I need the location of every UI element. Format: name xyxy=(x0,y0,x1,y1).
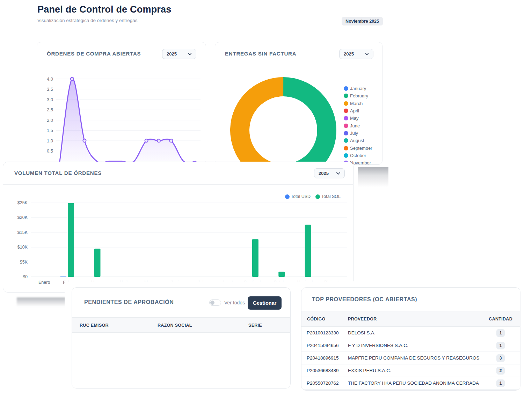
provider-name: MAPFRE PERU COMPAÑIA DE SEGUROS Y REASEG… xyxy=(348,355,480,361)
top-providers-title: TOP PROVEEDORES (OC ABIERTAS) xyxy=(312,296,417,303)
bottom-panel: PENDIENTES DE APROBACIÓN Ver todos Gesti… xyxy=(65,281,524,404)
column-header-codigo: CÓDIGO xyxy=(307,317,326,321)
provider-code: P20415094656 xyxy=(307,343,339,348)
provider-quantity-badge: 1 xyxy=(496,379,505,387)
deliveries-card-header: ENTREGAS SIN FACTURA 2025 xyxy=(215,42,382,65)
volume-chart-legend: Total USDTotal SOL xyxy=(285,194,341,199)
legend-label: May xyxy=(350,116,359,121)
y-tick-label: $20K xyxy=(17,215,28,220)
legend-item-may[interactable]: May xyxy=(344,114,372,122)
bar-total-sol xyxy=(94,249,101,277)
deliveries-chart-legend: JanuaryFebruaryMarchAprilMayJuneJulyAugu… xyxy=(344,85,372,165)
legend-label: April xyxy=(350,108,359,113)
pending-approvals-card: PENDIENTES DE APROBACIÓN Ver todos Gesti… xyxy=(72,287,291,389)
bar-total-usd xyxy=(60,276,66,277)
providers-table-body: P20100123330DELOSI S.A.1P20415094656F Y … xyxy=(301,327,520,390)
provider-quantity-badge: 2 xyxy=(496,367,505,375)
bar-total-sol xyxy=(252,239,258,277)
legend-item-january[interactable]: January xyxy=(344,85,372,92)
provider-name: DELOSI S.A. xyxy=(348,330,376,335)
line-data-point xyxy=(83,139,86,142)
y-tick-label: $0 xyxy=(23,274,28,279)
legend-dot xyxy=(285,194,290,199)
legend-label: August xyxy=(350,138,364,143)
legend-item-total-usd[interactable]: Total USD xyxy=(285,194,311,199)
provider-name: F Y D INVERSIONES S.A.C. xyxy=(348,343,408,348)
provider-code: P20536683489 xyxy=(307,368,339,373)
legend-dot xyxy=(344,86,348,91)
volume-card: VOLUMEN TOTAL DE ÓRDENES 2025 Total USDT… xyxy=(3,162,354,293)
x-tick-label: Enero xyxy=(38,280,50,285)
legend-label: Total USD xyxy=(291,194,311,199)
legend-item-june[interactable]: June xyxy=(344,122,372,129)
legend-label: October xyxy=(350,153,366,158)
y-tick-label: $10K xyxy=(17,245,28,250)
provider-name: EXXIS PERU S.A.C. xyxy=(348,368,391,373)
column-header-serie: SERIE xyxy=(248,323,262,328)
y-tick-label: 0,5 xyxy=(47,148,53,154)
provider-quantity-badge: 1 xyxy=(496,329,505,337)
open-orders-line-chart: 4,03,53,02,52,01,51,00,5 xyxy=(37,65,206,165)
column-header-proveedor: PROVEEDOR xyxy=(348,317,377,321)
legend-item-july[interactable]: July xyxy=(344,130,372,137)
legend-label: January xyxy=(350,86,366,91)
legend-label: Total SOL xyxy=(321,194,341,199)
y-tick-label: 1,0 xyxy=(47,138,53,143)
legend-item-february[interactable]: February xyxy=(344,92,372,99)
line-data-point xyxy=(157,139,160,142)
legend-item-august[interactable]: August xyxy=(344,137,372,144)
chevron-down-icon xyxy=(365,53,369,55)
legend-dot xyxy=(344,94,348,98)
dashboard-stage: Panel de Control de Compras Visualizació… xyxy=(0,0,532,414)
legend-dot xyxy=(315,194,320,199)
y-tick-label: 1,5 xyxy=(47,128,53,133)
page-title: Panel de Control de Compras xyxy=(37,4,171,15)
provider-table-row: P20418896915MAPFRE PERU COMPAÑIA DE SEGU… xyxy=(301,352,520,364)
ver-todos-toggle[interactable] xyxy=(209,300,221,306)
y-tick-label: $15K xyxy=(17,230,28,235)
legend-item-april[interactable]: April xyxy=(344,107,372,114)
legend-item-october[interactable]: October xyxy=(344,152,372,159)
legend-dot xyxy=(344,146,348,150)
page-subtitle: Visualización estratégica de órdenes y e… xyxy=(37,18,137,23)
bar-total-sol xyxy=(278,272,285,277)
top-providers-card: TOP PROVEEDORES (OC ABIERTAS) CÓDIGO PRO… xyxy=(301,287,520,391)
provider-code: P20100123330 xyxy=(307,330,339,335)
ver-todos-label: Ver todos xyxy=(224,300,245,305)
column-header-ruc-emisor: RUC EMISOR xyxy=(80,323,109,328)
legend-item-september[interactable]: September xyxy=(344,144,372,151)
legend-dot xyxy=(344,138,348,143)
provider-quantity-badge: 3 xyxy=(496,354,505,362)
legend-item-march[interactable]: March xyxy=(344,100,372,107)
open-orders-card-title: ÓRDENES DE COMPRA ABIERTAS xyxy=(47,51,141,57)
deliveries-card-title: ENTREGAS SIN FACTURA xyxy=(225,51,296,57)
provider-quantity-badge: 1 xyxy=(496,342,505,349)
y-tick-label: 2,5 xyxy=(47,107,53,112)
deliveries-year-dropdown[interactable]: 2025 xyxy=(339,49,373,59)
legend-label: June xyxy=(350,123,360,128)
legend-dot xyxy=(344,153,348,158)
y-tick-label: $25K xyxy=(17,200,28,205)
column-header-cantidad: CANTIDAD xyxy=(489,317,512,321)
y-tick-label: 3,0 xyxy=(47,97,53,102)
legend-item-total-sol[interactable]: Total SOL xyxy=(315,194,341,199)
open-orders-year-dropdown[interactable]: 2025 xyxy=(162,49,196,59)
top-panel: Panel de Control de Compras Visualizació… xyxy=(31,0,388,167)
gestionar-button[interactable]: Gestionar xyxy=(248,296,282,310)
legend-label: March xyxy=(350,101,363,106)
y-tick-label: 3,5 xyxy=(47,87,53,92)
bar-total-sol xyxy=(305,225,311,277)
legend-dot xyxy=(344,131,348,135)
deliveries-year-value: 2025 xyxy=(344,51,354,57)
legend-label: February xyxy=(350,93,368,98)
open-orders-card: ÓRDENES DE COMPRA ABIERTAS 2025 4,03,53,… xyxy=(37,42,206,165)
provider-table-row: P20550728762THE FACTORY HKA PERU SOCIEDA… xyxy=(301,377,520,390)
provider-table-row: P20536683489EXXIS PERU S.A.C.2 xyxy=(301,364,520,377)
legend-dot xyxy=(344,101,348,106)
provider-name: THE FACTORY HKA PERU SOCIEDAD ANONIMA CE… xyxy=(348,380,479,386)
y-tick-label: 4,0 xyxy=(47,76,53,82)
line-data-point xyxy=(71,77,74,81)
line-data-point xyxy=(145,139,148,142)
providers-table-header: CÓDIGO PROVEEDOR CANTIDAD xyxy=(301,311,520,327)
provider-code: P20550728762 xyxy=(307,380,339,386)
